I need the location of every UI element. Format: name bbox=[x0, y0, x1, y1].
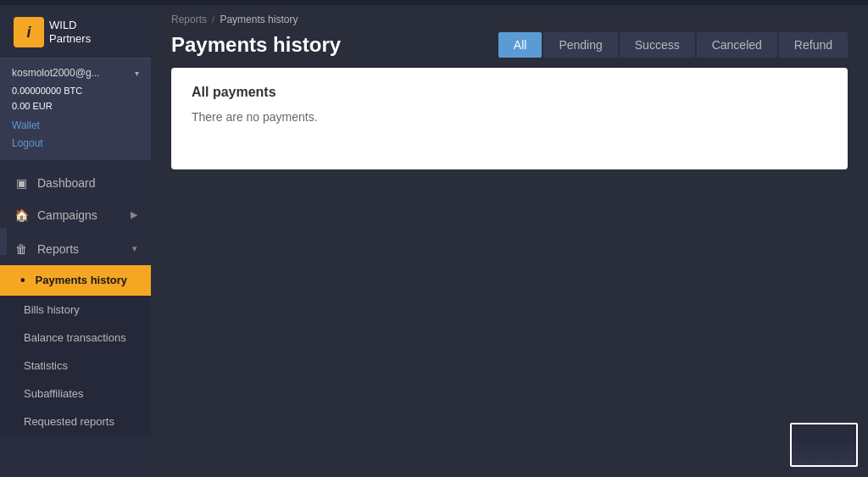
breadcrumb: Reports / Payments history bbox=[171, 14, 848, 25]
sidebar-item-dashboard[interactable]: ▣ Dashboard bbox=[0, 167, 151, 199]
sidebar-collapse-button[interactable]: ‹ bbox=[0, 228, 7, 255]
thumbnail-preview bbox=[790, 423, 858, 467]
submenu-item-balance-transactions[interactable]: Balance transactions bbox=[0, 324, 151, 352]
logout-link[interactable]: Logout bbox=[12, 135, 139, 152]
breadcrumb-parent-link[interactable]: Reports bbox=[171, 14, 207, 25]
page-title-row: Payments history All Pending Success Can… bbox=[171, 32, 848, 68]
logo-brand: WILD bbox=[49, 19, 91, 32]
user-dropdown-arrow: ▾ bbox=[135, 69, 139, 78]
submenu-item-payments-history[interactable]: Payments history bbox=[0, 265, 151, 296]
reports-header-label: Reports bbox=[37, 242, 79, 256]
sidebar-item-dashboard-label: Dashboard bbox=[37, 176, 96, 190]
submenu-item-subaffiliates[interactable]: Subaffiliates bbox=[0, 380, 151, 408]
reports-header[interactable]: 🗑 Reports ▾ bbox=[0, 233, 151, 265]
filter-tab-all[interactable]: All bbox=[498, 32, 542, 58]
no-payments-text: There are no payments. bbox=[192, 110, 827, 124]
sidebar-logo: i WILD Partners bbox=[0, 5, 151, 58]
page-title: Payments history bbox=[171, 33, 341, 57]
payments-card-title: All payments bbox=[192, 85, 827, 100]
user-btc-balance: 0.00000000 BTC bbox=[12, 84, 139, 99]
filter-tabs: All Pending Success Canceled Refund bbox=[498, 32, 848, 58]
submenu-item-requested-reports[interactable]: Requested reports bbox=[0, 408, 151, 435]
dashboard-icon: ▣ bbox=[14, 176, 29, 190]
wallet-link[interactable]: Wallet bbox=[12, 117, 139, 134]
sidebar-item-campaigns[interactable]: 🏠 Campaigns ▶ bbox=[0, 199, 151, 231]
filter-tab-success[interactable]: Success bbox=[620, 32, 695, 58]
user-email: kosmolot2000@g... bbox=[12, 67, 100, 79]
user-email-row[interactable]: kosmolot2000@g... ▾ bbox=[12, 67, 139, 79]
sidebar-nav: ▣ Dashboard 🏠 Campaigns ▶ 🗑 Reports ▾ Pa… bbox=[0, 160, 151, 477]
campaigns-icon: 🏠 bbox=[14, 208, 29, 222]
payments-card: All payments There are no payments. bbox=[171, 68, 848, 169]
thumbnail-inner bbox=[792, 424, 856, 465]
main-content: Reports / Payments history Payments hist… bbox=[151, 5, 868, 477]
user-links: Wallet Logout bbox=[12, 117, 139, 152]
submenu-item-statistics[interactable]: Statistics bbox=[0, 352, 151, 380]
logo-icon: i bbox=[14, 17, 44, 47]
breadcrumb-current: Payments history bbox=[220, 14, 298, 25]
filter-tab-pending[interactable]: Pending bbox=[543, 32, 617, 58]
logo-sub: Partners bbox=[49, 32, 91, 46]
logo-text: WILD Partners bbox=[49, 19, 91, 45]
sidebar-item-campaigns-label: Campaigns bbox=[37, 208, 97, 222]
user-balance: 0.00000000 BTC 0.00 EUR bbox=[12, 84, 139, 114]
reports-chevron-icon: ▾ bbox=[132, 243, 137, 254]
main-header: Reports / Payments history Payments hist… bbox=[151, 5, 868, 68]
user-eur-balance: 0.00 EUR bbox=[12, 99, 139, 114]
breadcrumb-separator: / bbox=[212, 14, 214, 25]
campaigns-chevron-icon: ▶ bbox=[131, 209, 137, 220]
sidebar: i WILD Partners kosmolot2000@g... ▾ 0.00… bbox=[0, 5, 151, 477]
reports-section: 🗑 Reports ▾ Payments history Bills histo… bbox=[0, 233, 151, 435]
submenu-item-bills-history[interactable]: Bills history bbox=[0, 296, 151, 324]
filter-tab-refund[interactable]: Refund bbox=[779, 32, 848, 58]
user-panel: kosmolot2000@g... ▾ 0.00000000 BTC 0.00 … bbox=[0, 58, 151, 160]
content-area: All payments There are no payments. bbox=[151, 68, 868, 477]
reports-submenu: Payments history Bills history Balance t… bbox=[0, 265, 151, 435]
filter-tab-canceled[interactable]: Canceled bbox=[697, 32, 777, 58]
reports-icon: 🗑 bbox=[14, 242, 29, 256]
